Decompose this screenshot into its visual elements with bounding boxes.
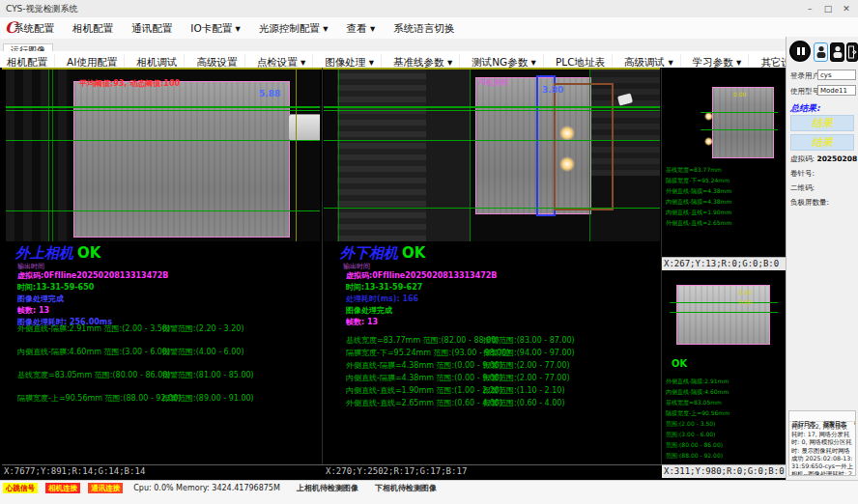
preview-text-line: 内侧直线-隔膜:4.60mm [666,388,729,397]
measure-row: 隔膜宽度-上=90.56mm 范围:(88.00 - 92.00) [17,393,181,404]
user-icon [816,45,826,59]
menu-camera-config[interactable]: 相机配置 [72,17,113,39]
maximize-icon[interactable]: □ [820,0,836,17]
preview-text-line: 隔膜宽度-下=95.24mm [666,177,729,185]
preview-text-line: 基线宽度=83.05mm [666,399,722,407]
qr-code-field: 二维码: [790,183,815,193]
status-ok: OK [402,244,425,262]
result-badge: 结果 [790,115,854,131]
time-line: 时间:13-31-59-627 [346,282,422,293]
exit-button[interactable] [846,42,858,62]
log-tab-error[interactable]: 错误日志 [854,419,856,429]
left-camera-image[interactable]: 平均阈值:93, 动态阈值:100 5.88 [6,70,320,241]
time-line: 时间:13-31-59-650 [17,282,94,293]
menu-view[interactable]: 查看 ▾ [347,17,376,39]
measure-overlay-value: 5.88 [259,89,280,98]
preview-top-image[interactable]: 0.00 基线宽度=83.77mm 隔膜宽度-下=95.24mm 外侧直线-隔膜… [662,70,785,257]
preview-text-line: 内侧直线-直线=1.90mm [666,209,731,217]
toolbar-advanced-debug[interactable]: 高级调试 ▾ [617,54,681,69]
preview-text-line: 外侧直线-隔膜:2.91mm [666,378,729,386]
measure-row: 外侧直线-直线=2.65mm 范围:(0.60 - 4.00) [346,398,502,408]
log-panel: 运行日志 报警日志 错误日志 耗时: 222, 网络接收耗时: 17, 网络分发… [788,410,856,476]
preview-text-line: 外侧直线-直线=2.65mm [666,219,731,228]
menu-comm-config[interactable]: 通讯配置 [131,17,172,39]
measure-row: 基线宽度=83.05mm 范围:(80.00 - 86.00) [17,370,170,380]
menu-language-switch[interactable]: 系统语言切换 [393,17,454,39]
measure-row: 内侧直线-隔膜=4.38mm 范围:(0.00 - 9.00) [346,373,502,383]
log-tabs: 运行日志 报警日志 错误日志 [789,411,855,422]
preview-top-coordinates: X:267;Y:13;R:0;G:0;B:0 [662,257,786,270]
pause-button[interactable] [789,41,811,62]
toolbar-learning-params[interactable]: 学习参数 ▾ [686,54,750,69]
toolbar-image-processing[interactable]: 图像处理 ▾ [318,54,382,69]
camera-name: 外上相机 [15,244,73,262]
preview-text-line: 范围:(2.00 - 3.50) [666,420,715,429]
operator-button[interactable] [830,42,844,62]
preview-text-line: 基线宽度=83.77mm [666,166,722,175]
measure-row: 外侧直线-隔膜:2.91mm 范围:(2.00 - 3.50) [17,323,170,334]
process-done-line: 图像处理完成 [346,305,392,316]
left-camera-result-header: 外上相机OK [15,243,100,263]
status-ok: OK [77,244,100,262]
virtual-code-field: 虚拟码: 20250208 [790,154,857,164]
preview-text-line: 范围:(88.00 - 92.00) [666,452,723,461]
ai-box-overlay-label: AI检测框 [478,77,509,88]
preview-text-line: 范围:(80.00 - 86.00) [666,441,723,450]
tab-strip: 运行图像 [0,39,786,52]
alarm-range: 报警范围:(83.00 - 87.00) [483,335,575,346]
toolbar-plc-address[interactable]: PLC地址表 [549,54,613,69]
measure-row: 内侧直线-隔膜:4.60mm 范围:(3.00 - 6.00) [17,347,170,357]
close-icon[interactable]: ✕ [839,0,854,17]
alarm-range: 报警范围:(4.00 - 6.00) [162,347,244,357]
frame-count-line: 帧数: 13 [346,317,378,327]
camera-connection-badge: 相机连接 [45,483,80,493]
minimize-icon[interactable]: – [802,0,817,17]
window-title: CYS-视觉检测系统 [6,4,78,14]
threshold-overlay-label: 平均阈值:93, 动态阈值:100 [79,78,180,89]
measure-overlay-value: 3.80 [542,85,563,95]
measure-row: 外侧直线-隔膜=4.38mm 范围:(0.00 - 9.00) [346,360,502,371]
toolbar-ai-config[interactable]: AI使用配置 [60,54,125,69]
login-user-field[interactable]: cys [817,70,856,80]
toolbar-other-settings[interactable]: 其它设置 ▾ [754,54,786,69]
alarm-range: 报警范围:(94.00 - 97.00) [483,348,575,358]
model-field[interactable]: Mode11 [817,85,856,96]
toolbar: 相机配置 AI使用配置 相机调试 高级设置 点检设置 ▾ 图像处理 ▾ 基准线参… [0,51,786,69]
user-login-button[interactable] [814,42,828,62]
alarm-range: 报警范围:(2.00 - 77.00) [483,360,570,371]
toolbar-test-ng-params[interactable]: 测试NG参数 ▾ [465,54,544,69]
toolbar-camera-config[interactable]: 相机配置 [0,54,55,69]
menu-bar: C 系统配置 相机配置 通讯配置 IO卡配置 ▾ 光源控制配置 ▾ 查看 ▾ 系… [0,17,858,40]
toolbar-baseline-params[interactable]: 基准线参数 ▾ [386,54,460,69]
alarm-range: 报警范围:(89.00 - 91.00) [162,393,254,404]
preview-value-label: 0.00 [739,289,752,295]
measure-row: 基线宽度=83.77mm 范围:(82.00 - 88.00) [346,335,499,346]
preview-value-label: 0.00 [733,91,746,98]
toolbar-spot-check[interactable]: 点检设置 ▾ [250,54,314,69]
preview-bottom-image[interactable]: 0.00 0.00 OK 外侧直线-隔膜:2.91mm 内侧直线-隔膜:4.60… [662,273,785,462]
menu-light-config[interactable]: 光源控制配置 ▾ [259,17,329,39]
alarm-range: 报警范围:(2.00 - 77.00) [483,373,570,383]
middle-camera-image[interactable]: AI检测框 3.80 [324,70,660,241]
preview-bottom-coordinates: X:311;Y:980;R:0;G:0;B:0 [662,464,786,478]
virtual-code-line: 虚拟码:0FfIline2025020813313472B [17,270,168,281]
preview-text-line: 外侧直线-隔膜=4.38mm [666,187,731,196]
alarm-range: 报警范围:(1.10 - 2.10) [483,385,565,396]
menu-system-config[interactable]: 系统配置 [14,17,54,39]
virtual-code-line: 虚拟码:0FfIline2025020813313472B [346,270,497,281]
status-ok: OK [672,358,687,369]
total-result-label: 总结果: [790,102,820,115]
menu-io-config[interactable]: IO卡配置 ▾ [190,17,240,39]
right-sidebar: 登录用户: cys 使用型号: Mode11 总结果: 结果 结果 虚拟码: 2… [786,37,858,480]
middle-camera-result-header: 外下相机OK [340,243,425,263]
preview-text-line: 范围:(3.00 - 6.00) [666,431,715,439]
process-done-line: 图像处理完成 [17,294,64,304]
toolbar-advanced-settings[interactable]: 高级设置 [190,54,245,69]
operator-icon [833,45,843,59]
alarm-range: 报警范围:(2.20 - 3.20) [162,323,244,334]
toolbar-camera-debug[interactable]: 相机调试 [129,54,185,69]
panel-divider [322,68,323,466]
needle-number-field: 卷针号: [790,169,815,179]
preview-text-line: 隔膜宽度-上=90.56mm [666,409,729,418]
cpu-memory-readout: Cpu: 0.0% Memory: 3424.41796875M [133,483,280,493]
